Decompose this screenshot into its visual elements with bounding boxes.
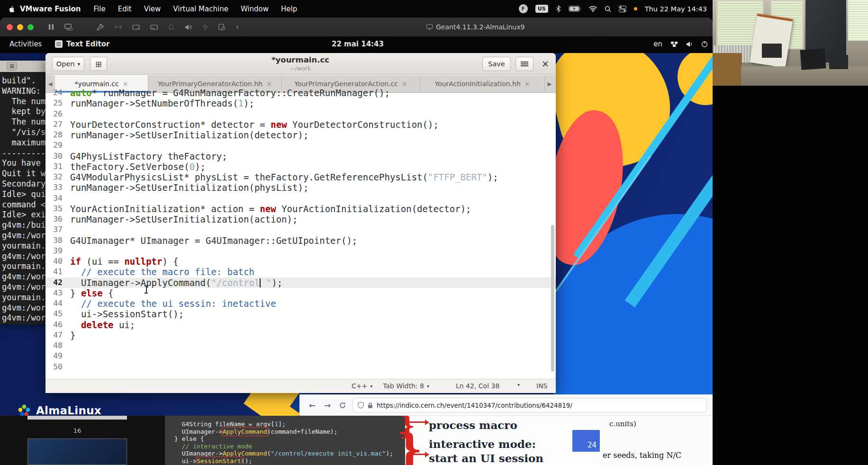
menu-button[interactable] — [515, 57, 533, 71]
code-line: 44 // execute the ui sessin: inetactive — [45, 298, 556, 309]
slide-thumbnail[interactable] — [27, 438, 127, 465]
gnome-topbar: Activities Text Editor 22 mai 14:43 en — [0, 36, 713, 53]
gnome-system-tray: en — [653, 40, 708, 48]
terminal-line: g4vm:/wor — [2, 303, 45, 313]
fusion-status-icon[interactable]: F — [519, 4, 528, 13]
menubar-menu[interactable]: Help — [275, 5, 303, 13]
terminal-output: build".WARNING: The num kept by The num … — [2, 76, 45, 323]
annotation-arrow — [409, 454, 425, 455]
line-number: 50 — [45, 362, 63, 372]
apple-icon[interactable] — [9, 5, 15, 13]
bell-icon[interactable] — [168, 24, 174, 30]
activities-button[interactable]: Activities — [7, 40, 45, 48]
browser-back-button[interactable]: ← — [306, 399, 318, 411]
power-icon[interactable] — [701, 41, 708, 47]
menubar-menu[interactable]: Window — [235, 5, 275, 13]
editor-scrollbar[interactable] — [551, 225, 554, 372]
document-path: ~/work — [253, 65, 348, 72]
tab-close-icon[interactable]: × — [402, 80, 407, 88]
window-close-button[interactable] — [7, 24, 13, 30]
snapshot-icon[interactable] — [218, 24, 226, 30]
browser-reload-icon[interactable] — [336, 399, 349, 411]
vm-settings-icon[interactable] — [64, 24, 72, 31]
terminal-window[interactable]: ⊞ build".WARNING: The num kept by The nu… — [0, 61, 45, 324]
collapse-toolbar-icon[interactable]: ‹ — [236, 23, 239, 31]
battery-icon[interactable] — [569, 6, 581, 12]
usb-icon[interactable] — [202, 24, 208, 31]
new-tab-button[interactable]: ⊞ — [90, 57, 107, 71]
slide-label: process macro — [429, 419, 517, 431]
line-number: 36 — [45, 214, 63, 224]
cursor-position-indicator[interactable]: Ln 42, Col 38 — [456, 382, 499, 390]
code-line: 25runManager->SetNumberOfThreads(1); — [45, 98, 556, 108]
focused-app-menu[interactable]: Text Editor — [55, 40, 109, 48]
terminal-line: kept by — [2, 107, 45, 117]
terminal-new-tab-icon[interactable]: ⊞ — [7, 62, 17, 71]
tab-close-icon[interactable]: × — [123, 80, 128, 88]
menubar-menu[interactable]: File — [88, 5, 112, 13]
menubar-menu[interactable]: Edit — [112, 5, 138, 13]
url-bar[interactable]: https://indico.cern.ch/event/1410347/con… — [353, 398, 707, 412]
wrench-icon[interactable] — [97, 24, 104, 31]
line-number: 38 — [45, 235, 63, 246]
wifi-icon[interactable] — [589, 6, 597, 12]
line-number: 26 — [45, 109, 63, 119]
control-center-icon[interactable] — [619, 6, 626, 12]
tab-close-icon[interactable]: × — [266, 80, 272, 88]
tab-close-icon[interactable]: × — [524, 80, 530, 88]
terminal-line: g4vm:/wor — [2, 251, 45, 262]
terminal-line: yourmain. — [2, 293, 45, 303]
code-editing-area[interactable]: 24auto* runManager = G4RunManagerFactory… — [45, 88, 556, 379]
network-icon[interactable] — [670, 41, 678, 47]
statusbar-dropdown-icon[interactable]: ▾ — [517, 382, 520, 387]
search-icon[interactable] — [605, 6, 611, 12]
menubar-menu[interactable]: Virtual Machine — [167, 5, 235, 13]
gnome-clock[interactable]: 22 mai 14:43 — [332, 40, 384, 48]
vm-window-title: Geant4.11.3.2-AlmaLinux9 — [426, 18, 524, 36]
slide-code-line: UImanager->ApplyCommand("/control/execut… — [174, 450, 393, 457]
cd-drive-icon[interactable] — [150, 24, 158, 30]
shield-icon[interactable] — [358, 402, 364, 409]
code-line: 36runManager->SetUserInitialization(acti… — [45, 214, 556, 224]
menubar-menu[interactable]: View — [138, 5, 167, 13]
line-number: 37 — [45, 224, 63, 235]
terminal-line: The num — [2, 117, 45, 127]
terminal-line: Idle> exi — [2, 210, 45, 220]
pause-vm-icon[interactable] — [48, 24, 54, 30]
code-line: 27YourDetectorConstruction* detector = n… — [45, 119, 556, 130]
resize-arrows-icon[interactable] — [114, 25, 122, 29]
code-line: 42 UImanager->ApplyCommand("/control "); — [45, 277, 556, 288]
save-button[interactable]: Save — [482, 57, 511, 71]
almalinux-branding: AlmaLinux — [17, 403, 101, 416]
tab-width-selector[interactable]: Tab Width: 8▾ — [383, 382, 429, 390]
bluetooth-icon[interactable] — [556, 5, 561, 12]
keyboard-layout-indicator[interactable]: US — [535, 5, 548, 13]
macos-menubar: VMware Fusion FileEditViewVirtual Machin… — [0, 0, 713, 18]
editor-headerbar: Open▾ ⊞ *yourmain.cc ~/work Save ✕ — [45, 53, 556, 75]
line-number: 25 — [45, 98, 63, 108]
macos-clock[interactable]: Thu 22 May 14:43 — [645, 5, 707, 13]
input-language-indicator[interactable]: en — [653, 40, 662, 48]
disk-icon[interactable] — [132, 24, 140, 30]
classroom-window — [848, 0, 868, 41]
language-selector[interactable]: C++▾ — [352, 382, 372, 390]
terminal-line: Quit it w — [2, 169, 45, 179]
open-button[interactable]: Open▾ — [52, 57, 84, 71]
window-minimize-button[interactable] — [17, 24, 23, 30]
line-number: 40 — [45, 256, 63, 267]
terminal-line: Idle> qui — [2, 189, 45, 200]
browser-toolbar: ← → https://indico.cern.ch/event/1410347… — [299, 394, 713, 416]
window-zoom-button[interactable] — [27, 24, 34, 30]
terminal-line: yourmain. — [2, 261, 45, 272]
menubar-app-name[interactable]: VMware Fusion — [15, 5, 88, 13]
sound-icon[interactable] — [185, 24, 192, 30]
close-editor-button[interactable]: ✕ — [538, 57, 552, 71]
terminal-line: g4vm:/wor — [2, 282, 45, 293]
lock-icon[interactable] — [368, 402, 373, 409]
code-line: 28runManager->SetUserInitialization(dete… — [45, 130, 556, 140]
volume-icon[interactable] — [686, 41, 693, 47]
terminal-line: The num — [2, 97, 45, 107]
browser-forward-button[interactable]: → — [321, 399, 334, 411]
text-editor-window: Open▾ ⊞ *yourmain.cc ~/work Save ✕ ◀ *yo… — [45, 53, 556, 393]
terminal-line: build". — [2, 76, 45, 86]
